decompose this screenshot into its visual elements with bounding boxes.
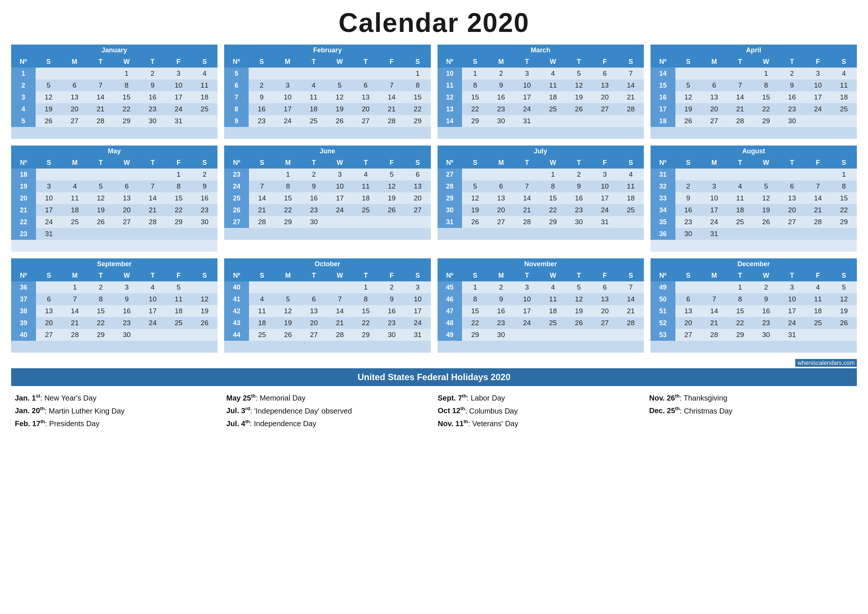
filler-cell <box>651 341 676 353</box>
day-header: T <box>301 56 327 68</box>
day-cell: 10 <box>592 180 618 192</box>
day-cell: 7 <box>727 79 753 91</box>
day-cell: 12 <box>831 293 857 305</box>
day-cell: 30 <box>114 329 140 341</box>
day-cell <box>249 68 274 79</box>
day-cell: 31 <box>592 216 618 228</box>
day-cell: 24 <box>779 317 805 329</box>
day-cell: 18 <box>353 192 379 204</box>
day-cell: 14 <box>378 91 405 103</box>
day-cell: 28 <box>249 216 275 228</box>
filler-cell <box>462 228 488 240</box>
filler-cell <box>676 240 701 252</box>
day-cell: 25 <box>805 317 831 329</box>
day-header: W <box>753 270 779 281</box>
day-cell: 20 <box>676 317 701 329</box>
filler-cell <box>62 341 88 353</box>
day-cell: 30 <box>488 329 514 341</box>
day-cell <box>566 115 592 127</box>
day-header: T <box>514 270 540 281</box>
day-header: T <box>353 270 379 281</box>
day-cell: 8 <box>275 180 301 192</box>
day-cell: 27 <box>301 329 327 341</box>
day-cell: 18 <box>301 103 327 115</box>
day-cell: 11 <box>618 180 644 192</box>
day-cell: 24 <box>166 103 192 115</box>
day-cell <box>405 216 431 228</box>
calendars-grid: JanuaryNºSMTWTFS112342567891011312131415… <box>11 45 857 353</box>
day-cell <box>62 228 88 240</box>
day-header: T <box>566 270 592 281</box>
day-cell: 25 <box>727 216 753 228</box>
day-cell: 16 <box>488 305 514 317</box>
day-header: Nº <box>11 270 36 281</box>
filler-cell <box>592 341 618 353</box>
day-cell: 12 <box>379 180 405 192</box>
week-number: 49 <box>651 281 676 293</box>
day-cell: 11 <box>192 79 217 91</box>
day-cell: 20 <box>301 317 327 329</box>
filler-cell <box>462 127 488 139</box>
day-cell: 30 <box>379 329 405 341</box>
day-cell: 14 <box>62 305 88 317</box>
week-number: 34 <box>651 204 676 216</box>
day-cell: 1 <box>462 281 488 293</box>
day-cell: 9 <box>753 293 779 305</box>
week-number: 16 <box>651 91 676 103</box>
day-cell <box>192 228 217 240</box>
day-cell: 16 <box>249 103 274 115</box>
day-cell: 25 <box>540 317 566 329</box>
day-cell: 26 <box>192 317 217 329</box>
day-cell <box>618 216 644 228</box>
filler-cell <box>540 341 566 353</box>
week-number: 6 <box>224 79 249 91</box>
day-cell: 17 <box>514 305 540 317</box>
day-cell: 5 <box>753 180 779 192</box>
filler-cell <box>353 127 378 139</box>
day-cell: 22 <box>753 103 779 115</box>
day-cell: 24 <box>327 204 353 216</box>
day-cell: 27 <box>62 115 88 127</box>
day-cell: 20 <box>405 192 431 204</box>
day-cell: 21 <box>727 103 753 115</box>
day-cell: 24 <box>405 317 431 329</box>
day-cell: 29 <box>405 115 431 127</box>
filler-cell <box>701 341 727 353</box>
day-header: S <box>462 270 488 281</box>
day-cell: 19 <box>275 317 301 329</box>
day-cell: 28 <box>618 103 644 115</box>
day-header: W <box>540 157 566 169</box>
day-cell: 13 <box>592 79 618 91</box>
week-number: 32 <box>651 180 676 192</box>
day-cell: 7 <box>249 180 275 192</box>
filler-cell <box>140 127 166 139</box>
week-number: 12 <box>437 91 462 103</box>
day-cell: 25 <box>831 103 857 115</box>
day-cell: 1 <box>405 68 431 79</box>
filler-cell <box>618 341 644 353</box>
day-header: F <box>805 270 831 281</box>
week-number: 23 <box>11 228 36 240</box>
day-header: S <box>249 56 274 68</box>
day-cell: 16 <box>140 91 166 103</box>
month-september: SeptemberNºSMTWTFS3612345376789101112381… <box>11 258 217 353</box>
day-cell: 29 <box>753 115 779 127</box>
day-cell: 19 <box>753 204 779 216</box>
day-header: T <box>727 157 753 169</box>
day-cell: 28 <box>618 317 644 329</box>
filler-cell <box>405 341 431 353</box>
day-cell: 7 <box>805 180 831 192</box>
day-cell <box>514 169 540 180</box>
week-number: 14 <box>651 68 676 79</box>
day-cell <box>192 329 217 341</box>
holiday-column: May 25th: Memorial DayJul. 3rd: 'Indepen… <box>226 391 431 430</box>
day-cell: 2 <box>676 180 701 192</box>
day-cell: 6 <box>353 79 378 91</box>
day-cell: 21 <box>378 103 405 115</box>
day-cell: 2 <box>566 169 592 180</box>
filler-cell <box>62 240 88 252</box>
day-header: F <box>805 157 831 169</box>
week-number: 26 <box>224 204 249 216</box>
day-cell: 27 <box>36 329 62 341</box>
day-cell <box>462 169 488 180</box>
